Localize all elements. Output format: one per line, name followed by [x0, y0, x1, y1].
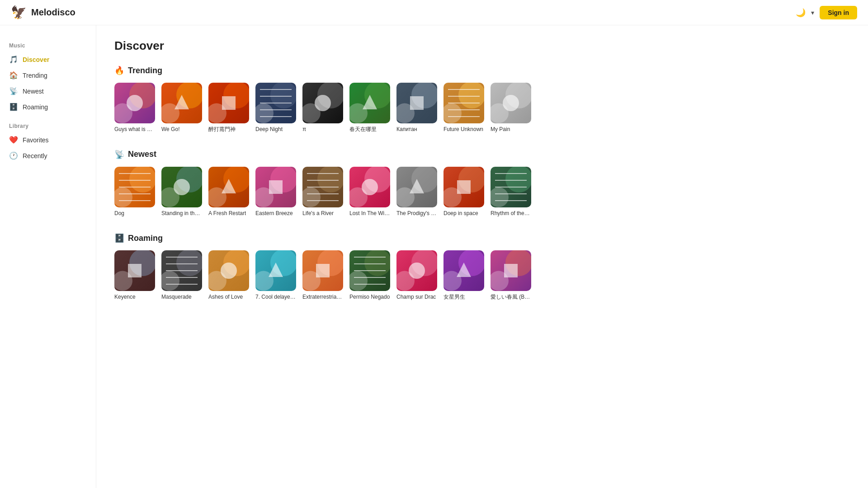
card-title: My Pain — [491, 126, 510, 133]
sidebar-item-newest[interactable]: 📡 Newest — [0, 83, 96, 99]
sections-container: 🔥TrendingGuys what is wron...We Go!醉打蔫門神… — [114, 66, 850, 301]
card-title: Keyence — [114, 294, 136, 301]
card-thumbnail — [396, 167, 437, 207]
music-card[interactable]: Lost In The Wind — [349, 167, 390, 217]
music-card[interactable]: Ashes of Love — [208, 250, 249, 301]
section-roaming: 🗄️RoamingKeyenceMasqueradeAshes of Love7… — [114, 233, 850, 301]
section-label-newest: Newest — [128, 150, 156, 159]
sidebar-library-label: Library — [0, 115, 96, 132]
music-card[interactable]: Permiso Negado — [349, 250, 390, 301]
card-thumbnail — [443, 250, 484, 291]
section-icon-newest: 📡 — [114, 150, 124, 160]
card-thumbnail — [161, 250, 202, 291]
home-icon: 🏠 — [9, 71, 18, 80]
rss-icon: 📡 — [9, 87, 18, 95]
card-thumbnail — [208, 167, 249, 207]
card-thumbnail — [396, 250, 437, 291]
card-thumbnail — [349, 83, 390, 123]
music-card[interactable]: Капитан — [396, 83, 437, 133]
page-title: Discover — [114, 39, 850, 53]
card-thumbnail — [349, 250, 390, 291]
music-card[interactable]: Doep in space — [443, 167, 484, 217]
sidebar-item-discover[interactable]: 🎵 Discover — [0, 52, 96, 67]
main-content: Discover 🔥TrendingGuys what is wron...We… — [96, 25, 868, 488]
music-card[interactable]: Champ sur Drac — [396, 250, 437, 301]
heart-icon: ❤️ — [9, 136, 18, 144]
card-thumbnail — [161, 167, 202, 207]
logo-icon: 🦅 — [11, 5, 27, 20]
section-icon-roaming: 🗄️ — [114, 233, 124, 243]
grid-icon: 🗄️ — [9, 103, 18, 111]
music-card[interactable]: Rhythm of the Night — [491, 167, 531, 217]
card-thumbnail — [302, 83, 343, 123]
section-newest: 📡NewestDogStanding in the pro...A Fresh … — [114, 150, 850, 217]
card-thumbnail — [208, 250, 249, 291]
card-title: Deep Night — [255, 126, 283, 133]
music-card[interactable]: Future Unknown — [443, 83, 484, 133]
card-thumbnail — [255, 167, 296, 207]
card-title: 春天在哪里 — [349, 126, 377, 133]
music-card[interactable]: Deep Night — [255, 83, 296, 133]
card-thumbnail — [302, 250, 343, 291]
logo-area: 🦅 Melodisco — [11, 5, 75, 20]
card-title: Rhythm of the Night — [491, 210, 531, 217]
section-icon-trending: 🔥 — [114, 66, 124, 75]
sidebar-item-roaming[interactable]: 🗄️ Roaming — [0, 99, 96, 115]
music-card[interactable]: 愛しい春風 (Belove... — [491, 250, 531, 301]
music-card[interactable]: 醉打蔫門神 — [208, 83, 249, 133]
music-card[interactable]: Dog — [114, 167, 155, 217]
signin-button[interactable]: Sign in — [820, 6, 857, 19]
music-icon: 🎵 — [9, 55, 18, 64]
sidebar-music-label: Music — [0, 34, 96, 52]
card-title: Standing in the pro... — [161, 210, 202, 217]
music-card[interactable]: 女星男生 — [443, 250, 484, 301]
card-thumbnail — [491, 83, 531, 123]
card-title: Dog — [114, 210, 124, 217]
section-label-trending: Trending — [128, 66, 162, 75]
card-title: Lost In The Wind — [349, 210, 390, 217]
sidebar-item-recently[interactable]: 🕐 Recently — [0, 148, 96, 164]
moon-icon[interactable]: 🌙 — [796, 8, 806, 18]
card-thumbnail — [443, 167, 484, 207]
sidebar-item-trending[interactable]: 🏠 Trending — [0, 67, 96, 83]
music-card[interactable]: Masquerade — [161, 250, 202, 301]
card-thumbnail — [349, 167, 390, 207]
sidebar-item-favorites[interactable]: ❤️ Favorites — [0, 132, 96, 148]
layout: Music 🎵 Discover 🏠 Trending 📡 Newest 🗄️ … — [0, 25, 868, 488]
card-thumbnail — [491, 167, 531, 207]
music-card[interactable]: My Pain — [491, 83, 531, 133]
section-header-trending: 🔥Trending — [114, 66, 850, 75]
music-card[interactable]: Keyence — [114, 250, 155, 301]
music-card[interactable]: 7. Cool delayed kick — [255, 250, 296, 301]
card-title: Extraterrestrial Love — [302, 294, 343, 301]
card-thumbnail — [255, 250, 296, 291]
music-card[interactable]: Standing in the pro... — [161, 167, 202, 217]
card-title: Guys what is wron... — [114, 126, 155, 133]
topbar-right: 🌙 ▾ Sign in — [796, 6, 857, 19]
music-card[interactable]: Eastern Breeze — [255, 167, 296, 217]
music-card[interactable]: Life's a River — [302, 167, 343, 217]
music-grid-roaming: KeyenceMasqueradeAshes of Love7. Cool de… — [114, 250, 850, 301]
card-title: Eastern Breeze — [255, 210, 293, 217]
music-card[interactable]: Guys what is wron... — [114, 83, 155, 133]
card-thumbnail — [114, 250, 155, 291]
clock-icon: 🕐 — [9, 151, 18, 160]
music-grid-newest: DogStanding in the pro...A Fresh Restart… — [114, 167, 850, 217]
card-title: Ashes of Love — [208, 294, 243, 301]
card-thumbnail — [208, 83, 249, 123]
music-card[interactable]: We Go! — [161, 83, 202, 133]
card-title: Doep in space — [443, 210, 478, 217]
card-title: The Prodigy's Sym... — [396, 210, 437, 217]
music-card[interactable]: 春天在哪里 — [349, 83, 390, 133]
sidebar: Music 🎵 Discover 🏠 Trending 📡 Newest 🗄️ … — [0, 25, 96, 488]
card-title: Future Unknown — [443, 126, 483, 133]
music-card[interactable]: Extraterrestrial Love — [302, 250, 343, 301]
card-thumbnail — [491, 250, 531, 291]
music-card[interactable]: π — [302, 83, 343, 133]
card-thumbnail — [302, 167, 343, 207]
music-card[interactable]: A Fresh Restart — [208, 167, 249, 217]
card-title: Permiso Negado — [349, 294, 390, 301]
music-card[interactable]: The Prodigy's Sym... — [396, 167, 437, 217]
chevron-down-icon[interactable]: ▾ — [811, 9, 814, 16]
card-title: Champ sur Drac — [396, 294, 436, 301]
